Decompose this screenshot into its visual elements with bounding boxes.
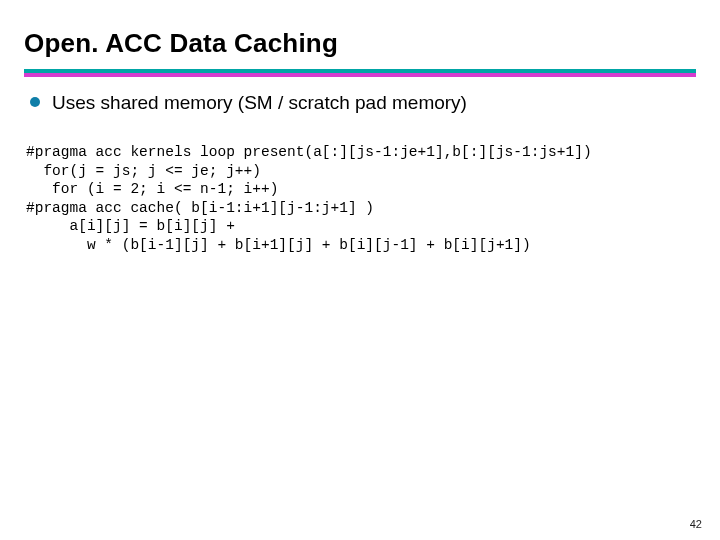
rule-magenta: [24, 73, 696, 77]
code-line: #pragma acc cache( b[i-1:i+1][j-1:j+1] ): [26, 200, 374, 216]
slide-title: Open. ACC Data Caching: [24, 28, 696, 59]
bullet-text: Uses shared memory (SM / scratch pad mem…: [52, 91, 467, 115]
code-line: for(j = js; j <= je; j++): [26, 163, 261, 179]
bullet-dot-icon: [30, 97, 40, 107]
code-line: #pragma acc kernels loop present(a[:][js…: [26, 144, 592, 160]
code-line: w * (b[i-1][j] + b[i+1][j] + b[i][j-1] +…: [26, 237, 531, 253]
page-number: 42: [690, 518, 702, 530]
code-line: for (i = 2; i <= n-1; i++): [26, 181, 278, 197]
bullet-item: Uses shared memory (SM / scratch pad mem…: [30, 91, 696, 115]
slide: Open. ACC Data Caching Uses shared memor…: [0, 0, 720, 540]
title-rule: [24, 69, 696, 77]
code-block: #pragma acc kernels loop present(a[:][js…: [26, 125, 696, 273]
code-line: a[i][j] = b[i][j] +: [26, 218, 235, 234]
